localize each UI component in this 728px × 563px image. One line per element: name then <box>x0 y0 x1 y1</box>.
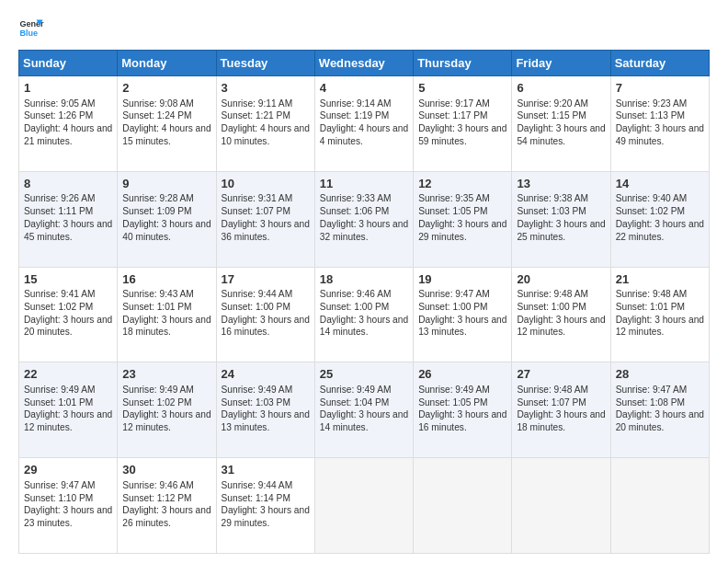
sunrise: Sunrise: 9:44 AM <box>222 480 293 490</box>
sunrise: Sunrise: 9:46 AM <box>122 480 194 490</box>
calendar-day-1: 1Sunrise: 9:05 AMSunset: 1:26 PMDaylight… <box>19 76 118 172</box>
daylight: Daylight: 3 hours and 26 minutes. <box>122 505 210 528</box>
calendar-day-26: 26Sunrise: 9:49 AMSunset: 1:05 PMDayligh… <box>414 362 512 458</box>
calendar-day-17: 17Sunrise: 9:44 AMSunset: 1:00 PMDayligh… <box>216 267 314 362</box>
sunset: Sunset: 1:02 PM <box>24 302 93 312</box>
calendar-day-29: 29Sunrise: 9:47 AMSunset: 1:10 PMDayligh… <box>19 458 118 554</box>
day-number: 28 <box>616 366 704 383</box>
day-number: 29 <box>24 462 112 478</box>
daylight: Daylight: 3 hours and 12 minutes. <box>616 315 704 338</box>
sunset: Sunset: 1:14 PM <box>222 493 290 503</box>
calendar-day-11: 11Sunrise: 9:33 AMSunset: 1:06 PMDayligh… <box>314 171 413 267</box>
calendar-day-23: 23Sunrise: 9:49 AMSunset: 1:02 PMDayligh… <box>118 362 216 458</box>
sunset: Sunset: 1:12 PM <box>122 493 191 503</box>
day-number: 3 <box>222 80 310 97</box>
empty-cell <box>414 458 512 554</box>
daylight: Daylight: 3 hours and 14 minutes. <box>320 315 408 338</box>
day-header-friday: Friday <box>512 51 610 76</box>
calendar-table: SundayMondayTuesdayWednesdayThursdayFrid… <box>18 50 710 554</box>
calendar-week-2: 8Sunrise: 9:26 AMSunset: 1:11 PMDaylight… <box>19 171 710 267</box>
calendar-week-3: 15Sunrise: 9:41 AMSunset: 1:02 PMDayligh… <box>19 267 710 362</box>
sunrise: Sunrise: 9:33 AM <box>320 193 392 203</box>
calendar-day-25: 25Sunrise: 9:49 AMSunset: 1:04 PMDayligh… <box>314 362 413 458</box>
day-header-wednesday: Wednesday <box>314 51 413 76</box>
sunrise: Sunrise: 9:28 AM <box>122 193 194 203</box>
sunset: Sunset: 1:05 PM <box>418 397 487 408</box>
daylight: Daylight: 3 hours and 14 minutes. <box>320 409 408 432</box>
day-number: 8 <box>24 176 112 192</box>
daylight: Daylight: 3 hours and 22 minutes. <box>616 219 704 242</box>
day-number: 2 <box>122 80 210 97</box>
calendar-day-7: 7Sunrise: 9:23 AMSunset: 1:13 PMDaylight… <box>610 76 709 172</box>
sunrise: Sunrise: 9:26 AM <box>24 193 96 203</box>
calendar-header-row: SundayMondayTuesdayWednesdayThursdayFrid… <box>19 51 710 76</box>
day-number: 11 <box>320 176 408 192</box>
calendar-day-20: 20Sunrise: 9:48 AMSunset: 1:00 PMDayligh… <box>512 267 610 362</box>
day-number: 6 <box>517 80 605 97</box>
day-number: 1 <box>24 80 112 97</box>
calendar-day-4: 4Sunrise: 9:14 AMSunset: 1:19 PMDaylight… <box>314 76 413 172</box>
day-number: 20 <box>517 271 605 288</box>
day-number: 4 <box>320 80 408 97</box>
day-number: 30 <box>122 462 210 478</box>
sunset: Sunset: 1:01 PM <box>122 302 191 312</box>
sunrise: Sunrise: 9:40 AM <box>616 193 688 203</box>
daylight: Daylight: 3 hours and 36 minutes. <box>222 219 310 242</box>
calendar-day-27: 27Sunrise: 9:48 AMSunset: 1:07 PMDayligh… <box>512 362 610 458</box>
calendar-day-13: 13Sunrise: 9:38 AMSunset: 1:03 PMDayligh… <box>512 171 610 267</box>
day-number: 25 <box>320 366 408 383</box>
sunrise: Sunrise: 9:48 AM <box>517 289 588 299</box>
sunset: Sunset: 1:05 PM <box>418 206 487 216</box>
empty-cell <box>512 458 610 554</box>
sunset: Sunset: 1:04 PM <box>320 397 389 408</box>
daylight: Daylight: 4 hours and 4 minutes. <box>320 123 408 146</box>
sunrise: Sunrise: 9:20 AM <box>517 98 588 109</box>
empty-cell <box>610 458 709 554</box>
svg-text:Blue: Blue <box>19 29 38 38</box>
day-number: 31 <box>222 462 310 478</box>
sunrise: Sunrise: 9:14 AM <box>320 98 392 109</box>
day-number: 21 <box>616 271 704 288</box>
daylight: Daylight: 3 hours and 29 minutes. <box>222 505 310 528</box>
sunrise: Sunrise: 9:08 AM <box>122 98 194 109</box>
daylight: Daylight: 3 hours and 40 minutes. <box>122 219 210 242</box>
sunset: Sunset: 1:03 PM <box>222 397 290 408</box>
calendar-day-2: 2Sunrise: 9:08 AMSunset: 1:24 PMDaylight… <box>118 76 216 172</box>
daylight: Daylight: 3 hours and 20 minutes. <box>24 315 112 338</box>
calendar-week-5: 29Sunrise: 9:47 AMSunset: 1:10 PMDayligh… <box>19 458 710 554</box>
calendar-day-22: 22Sunrise: 9:49 AMSunset: 1:01 PMDayligh… <box>19 362 118 458</box>
day-number: 15 <box>24 271 112 288</box>
calendar-day-3: 3Sunrise: 9:11 AMSunset: 1:21 PMDaylight… <box>216 76 314 172</box>
day-number: 23 <box>122 366 210 383</box>
calendar-day-12: 12Sunrise: 9:35 AMSunset: 1:05 PMDayligh… <box>414 171 512 267</box>
calendar-day-24: 24Sunrise: 9:49 AMSunset: 1:03 PMDayligh… <box>216 362 314 458</box>
daylight: Daylight: 4 hours and 10 minutes. <box>222 123 310 146</box>
day-header-saturday: Saturday <box>610 51 709 76</box>
day-header-sunday: Sunday <box>19 51 118 76</box>
sunrise: Sunrise: 9:49 AM <box>418 385 490 395</box>
daylight: Daylight: 3 hours and 16 minutes. <box>418 409 506 432</box>
daylight: Daylight: 3 hours and 49 minutes. <box>616 123 704 146</box>
daylight: Daylight: 3 hours and 45 minutes. <box>24 219 112 242</box>
calendar-day-16: 16Sunrise: 9:43 AMSunset: 1:01 PMDayligh… <box>118 267 216 362</box>
daylight: Daylight: 3 hours and 12 minutes. <box>122 409 210 432</box>
day-header-thursday: Thursday <box>414 51 512 76</box>
sunset: Sunset: 1:01 PM <box>24 397 93 408</box>
day-number: 26 <box>418 366 506 383</box>
calendar-day-18: 18Sunrise: 9:46 AMSunset: 1:00 PMDayligh… <box>314 267 413 362</box>
sunset: Sunset: 1:13 PM <box>616 110 685 121</box>
calendar-day-8: 8Sunrise: 9:26 AMSunset: 1:11 PMDaylight… <box>19 171 118 267</box>
sunrise: Sunrise: 9:47 AM <box>418 289 490 299</box>
sunrise: Sunrise: 9:46 AM <box>320 289 392 299</box>
day-number: 13 <box>517 176 605 192</box>
daylight: Daylight: 3 hours and 32 minutes. <box>320 219 408 242</box>
sunset: Sunset: 1:07 PM <box>517 397 586 408</box>
day-number: 10 <box>222 176 310 192</box>
calendar-day-5: 5Sunrise: 9:17 AMSunset: 1:17 PMDaylight… <box>414 76 512 172</box>
sunrise: Sunrise: 9:44 AM <box>222 289 293 299</box>
sunset: Sunset: 1:10 PM <box>24 493 93 503</box>
calendar-day-28: 28Sunrise: 9:47 AMSunset: 1:08 PMDayligh… <box>610 362 709 458</box>
sunset: Sunset: 1:17 PM <box>418 110 487 121</box>
sunset: Sunset: 1:09 PM <box>122 206 191 216</box>
day-number: 27 <box>517 366 605 383</box>
